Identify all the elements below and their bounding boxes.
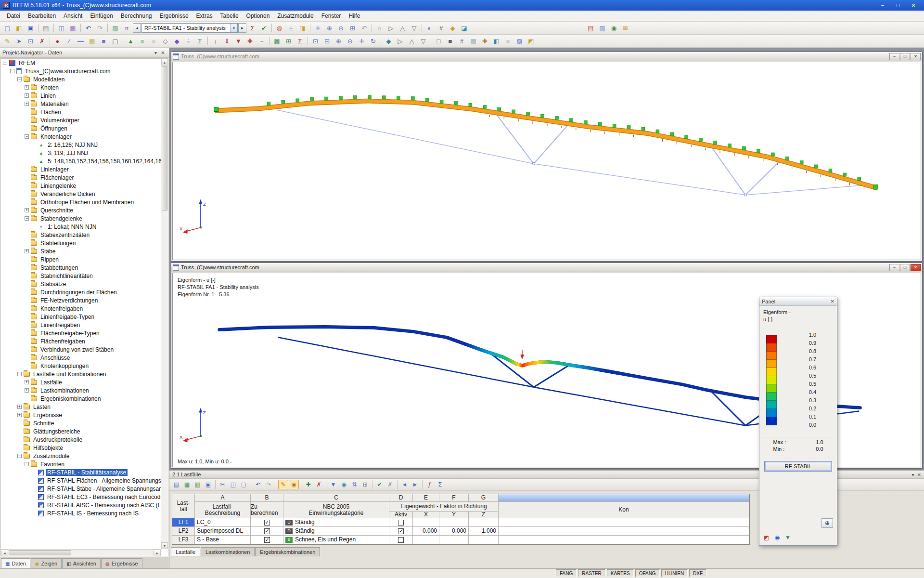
select-all-icon[interactable]: ➤ xyxy=(13,36,25,46)
checkbox[interactable] xyxy=(398,537,404,543)
tree-item-stabbettungen[interactable]: Stabbettungen xyxy=(1,263,161,272)
pin-icon[interactable]: ▾ xyxy=(912,472,914,477)
table-tab-lastf-lle[interactable]: Lastfälle xyxy=(171,547,200,556)
surface-load-icon[interactable]: ▼ xyxy=(233,36,244,46)
solid-display-icon[interactable]: ■ xyxy=(445,36,456,46)
find-cell-icon[interactable]: ◉ xyxy=(339,480,349,489)
expand-icon[interactable]: + xyxy=(25,85,29,90)
collapse-icon[interactable]: − xyxy=(25,462,29,466)
cell-beschreibung[interactable]: S - Base xyxy=(195,536,251,544)
tree-item-stabexzentrizit-ten[interactable]: Stabexzentrizitäten xyxy=(1,231,161,239)
expand-icon[interactable]: + xyxy=(17,405,22,409)
expand-icon[interactable]: + xyxy=(25,102,29,106)
tree-item-schnitte[interactable]: Schnitte xyxy=(1,419,161,427)
save-model-icon[interactable]: ▣ xyxy=(25,23,36,33)
pin-icon[interactable]: ▾ xyxy=(152,50,159,55)
front-view-icon[interactable]: ▷ xyxy=(395,36,406,46)
cell-beschreibung[interactable]: Superimposed DL xyxy=(195,527,251,536)
minimize-button[interactable]: − xyxy=(889,53,899,60)
menu-ansicht[interactable]: Ansicht xyxy=(60,11,86,21)
tree-item-linienlager[interactable]: Linienlager xyxy=(1,165,161,173)
scrollbar-thumb[interactable] xyxy=(9,550,71,555)
top-view-icon[interactable]: ▽ xyxy=(418,36,429,46)
tree-item-knoten[interactable]: +Knoten xyxy=(1,83,161,92)
zoom-selection-icon[interactable]: ⊞ xyxy=(321,36,333,46)
column-letter-a[interactable]: A xyxy=(195,494,251,502)
expand-icon[interactable]: + xyxy=(25,380,29,384)
excel-export-icon[interactable]: ▥ xyxy=(192,480,203,489)
collapse-icon[interactable]: − xyxy=(17,77,22,81)
calculate-all-icon[interactable]: Σ xyxy=(295,36,306,46)
undo-table-icon[interactable]: ↶ xyxy=(253,480,263,489)
next-load-case-button[interactable]: ► xyxy=(238,23,246,33)
panel-titlebar[interactable]: Panel ✕ xyxy=(759,297,837,306)
free-load-icon[interactable]: ✚ xyxy=(244,36,256,46)
cell-kommentar[interactable] xyxy=(499,518,749,527)
show-results-icon[interactable]: ◍ xyxy=(274,23,285,33)
toggle-hlinien[interactable]: HLINIEN xyxy=(661,569,688,577)
view-x-icon[interactable]: ▷ xyxy=(385,23,397,33)
navigator-tab-zeigen[interactable]: ◉Zeigen xyxy=(31,558,62,568)
undo-icon[interactable]: ↶ xyxy=(83,23,94,33)
tree-item-rippen[interactable]: Rippen xyxy=(1,255,161,263)
menu-tabelle[interactable]: Tabelle xyxy=(217,11,243,21)
member-set-icon[interactable]: Σ xyxy=(194,36,205,46)
move-view-icon[interactable]: ✛ xyxy=(312,23,323,33)
cell-einwirkungskategorie[interactable]: DStändig xyxy=(283,527,389,536)
row-header-lf1[interactable]: LF1 xyxy=(172,518,195,527)
cell-faktor-y[interactable]: 0.000 xyxy=(439,527,469,536)
minimize-button[interactable]: − xyxy=(875,0,890,10)
copy-icon[interactable]: ◫ xyxy=(56,23,67,33)
numbering-icon[interactable]: # xyxy=(436,23,447,33)
tree-item-stabendgelenke[interactable]: −Stabendgelenke xyxy=(1,214,161,223)
row-header-lf3[interactable]: LF3 xyxy=(172,536,195,544)
scroll-up-icon[interactable]: ▲ xyxy=(161,59,168,66)
new-surface-icon[interactable]: ▦ xyxy=(87,36,98,46)
delete-row-icon[interactable]: ✗ xyxy=(314,480,324,489)
calculation-icon[interactable]: Σ xyxy=(247,23,258,33)
cell-einwirkungskategorie[interactable]: SSchnee, Eis und Regen xyxy=(283,536,389,544)
scroll-down-icon[interactable]: ▼ xyxy=(161,542,168,549)
nodal-load-icon[interactable]: ↓ xyxy=(210,36,221,46)
line-hinge-icon[interactable]: ◇ xyxy=(160,36,171,46)
toggle-dxf[interactable]: DXF xyxy=(689,569,706,577)
select-window-icon[interactable]: ⊡ xyxy=(25,36,36,46)
formula-icon[interactable]: ƒ xyxy=(424,480,435,489)
close-icon[interactable]: ✕ xyxy=(159,50,167,55)
tree-item-fl-chenfreigabe-typen[interactable]: Flächenfreigabe-Typen xyxy=(1,329,161,337)
deselect-icon[interactable]: ✗ xyxy=(37,36,48,46)
toggle-ofang[interactable]: OFANG xyxy=(635,569,660,577)
maximize-button[interactable]: □ xyxy=(900,53,910,60)
previous-view-icon[interactable]: ↶ xyxy=(359,23,370,33)
guidelines-icon[interactable]: ≡ xyxy=(502,36,513,46)
member-eccentricity-icon[interactable]: ◆ xyxy=(171,36,182,46)
object-snap-icon[interactable]: ✚ xyxy=(479,36,490,46)
model-viewport[interactable]: ZX xyxy=(172,62,921,260)
side-view-icon[interactable]: △ xyxy=(406,36,417,46)
visibility-modes-icon[interactable]: ◐ xyxy=(424,23,435,33)
tree-item-rf-stahl-st-be-allgemeine-spannungsanal[interactable]: RF-STAHL Stäbe - Allgemeine Spannungsana… xyxy=(1,485,161,493)
edit-objects-icon[interactable]: ✎ xyxy=(2,36,13,46)
tree-item-stabs-tze[interactable]: Stabsätze xyxy=(1,280,161,288)
tree-item-truss-c-www-structurecraft-com[interactable]: −Truss_(C)www.structurecraft.com xyxy=(1,67,161,75)
collapse-icon[interactable]: − xyxy=(17,372,22,376)
sort-rows-icon[interactable]: ⇅ xyxy=(349,480,359,489)
checkbox[interactable] xyxy=(264,537,270,543)
show-grid-icon[interactable]: ▦ xyxy=(468,36,479,46)
isometric-view-icon[interactable]: ⌂ xyxy=(374,23,385,33)
tree-item-rfem[interactable]: −RFEM xyxy=(1,59,161,67)
mesh-settings-icon[interactable]: ⊞ xyxy=(283,36,294,46)
tree-item-ergebnisse[interactable]: +Ergebnisse xyxy=(1,411,161,419)
tree-item-3-119-jjj-nnj[interactable]: ▲3: 119; JJJ NNJ xyxy=(1,149,161,157)
expand-icon[interactable]: + xyxy=(25,208,29,212)
tree-item-rf-stahl-ec3-bemessung-nach-eurocode-3[interactable]: RF-STAHL EC3 - Bemessung nach Eurocode 3 xyxy=(1,493,161,501)
tree-item-linien[interactable]: +Linien xyxy=(1,92,161,100)
expand-icon[interactable]: + xyxy=(25,249,29,253)
rf-stabil-button[interactable]: RF-STABIL xyxy=(764,461,832,472)
magnifier-icon[interactable]: ⊕ xyxy=(821,518,833,528)
goto-next-icon[interactable]: ► xyxy=(410,480,420,489)
cut-cells-icon[interactable]: ✂ xyxy=(218,480,228,489)
column-letter-e[interactable]: E xyxy=(413,494,439,502)
column-letter-g[interactable]: G xyxy=(469,494,499,502)
cell-kommentar[interactable] xyxy=(499,536,749,544)
